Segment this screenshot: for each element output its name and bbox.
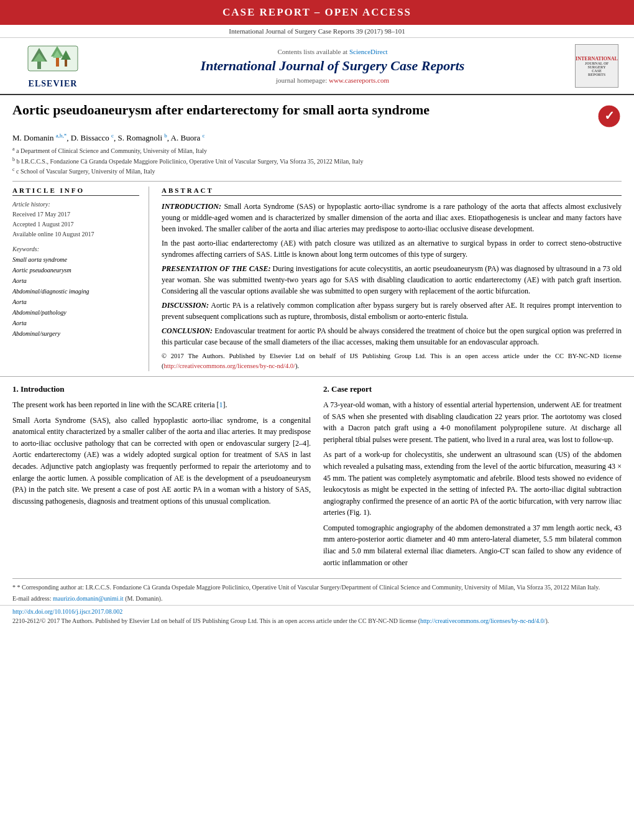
keyword-item: Aorta — [12, 297, 139, 307]
accepted-date: Accepted 1 August 2017 — [12, 219, 139, 229]
article-title: Aortic pseudoaneurysm after endarterecto… — [12, 101, 590, 119]
crossref-logo: INTERNATIONAL JOURNAL OF SURGERY CASE RE… — [572, 44, 622, 88]
elsevier-logo: ELSEVIER — [12, 43, 93, 89]
article-body-columns: ARTICLE INFO Article history: Received 1… — [12, 187, 622, 371]
license-link[interactable]: http://creativecommons.org/licenses/by-n… — [164, 362, 296, 369]
elsevier-tree-icon — [25, 43, 81, 77]
abstract-presentation: PRESENTATION OF THE CASE: During investi… — [162, 263, 622, 297]
footer-license-link[interactable]: http://creativecommons.org/licenses/by-n… — [420, 617, 545, 624]
introduction-heading: 1. Introduction — [12, 383, 311, 395]
footnote-email: E-mail address: maurizio.domanin@unimi.i… — [12, 594, 622, 603]
intro-para-2: Small Aorta Syndrome (SAS), also called … — [12, 415, 311, 507]
keyword-item: Abdominal/surgery — [12, 328, 139, 339]
affiliations: a a Department of Clinical Science and C… — [12, 145, 622, 176]
footnote-corresponding: * * Corresponding author at: I.R.C.C.S. … — [12, 583, 622, 592]
authors-line: M. Domanin a,b,*, D. Bissacco c, S. Roma… — [12, 132, 622, 143]
ref-1-link[interactable]: 1 — [219, 400, 223, 409]
footer-license-text: 2210-2612/© 2017 The Authors. Published … — [12, 616, 622, 625]
available-date: Available online 10 August 2017 — [12, 229, 139, 239]
banner: CASE REPORT – OPEN ACCESS — [0, 0, 634, 25]
case-para-1: A 73-year-old woman, with a history of e… — [323, 399, 622, 445]
footer-section: http://dx.doi.org/10.1016/j.ijscr.2017.0… — [0, 605, 634, 628]
svg-text:✓: ✓ — [604, 109, 615, 122]
article-history: Article history: Received 17 May 2017 Ac… — [12, 201, 139, 239]
keyword-item: Aortic pseudoaneurysm — [12, 265, 139, 275]
abstract-heading: ABSTRACT — [162, 187, 622, 196]
keyword-item: Aorta — [12, 318, 139, 328]
divider — [12, 181, 622, 182]
abstract-text: INTRODUCTION: Small Aorta Syndrome (SAS)… — [162, 201, 622, 371]
abstract-conclusion: CONCLUSION: Endovascular treatment for a… — [162, 325, 622, 348]
homepage-line: journal homepage: www.casereports.com — [93, 76, 572, 84]
email-link[interactable]: maurizio.domanin@unimi.it — [53, 595, 124, 602]
body-columns: 1. Introduction The present work has bee… — [12, 383, 622, 572]
journal-info-bar: International Journal of Surgery Case Re… — [0, 25, 634, 38]
introduction-column: 1. Introduction The present work has bee… — [12, 383, 311, 572]
crossmark-icon: ✓ — [597, 104, 622, 129]
article-info-column: ARTICLE INFO Article history: Received 1… — [12, 187, 149, 371]
keyword-item: Small aorta syndrome — [12, 254, 139, 265]
journal-name: International Journal of Surgery Case Re… — [93, 58, 572, 74]
case-para-2: As part of a work-up for cholecystitis, … — [323, 449, 622, 519]
abstract-column: ABSTRACT INTRODUCTION: Small Aorta Syndr… — [162, 187, 622, 371]
article-content: Aortic pseudoaneurysm after endarterecto… — [0, 95, 634, 377]
journal-citation: International Journal of Surgery Case Re… — [229, 27, 405, 35]
keyword-item: Aorta — [12, 275, 139, 286]
crossref-badge: INTERNATIONAL JOURNAL OF SURGERY CASE RE… — [575, 44, 618, 88]
banner-text: CASE REPORT – OPEN ACCESS — [223, 6, 411, 18]
keyword-item: Abdominal/pathology — [12, 307, 139, 318]
case-report-heading: 2. Case report — [323, 383, 622, 395]
keyword-item: Abdominal/diagnostic imaging — [12, 286, 139, 297]
article-title-section: Aortic pseudoaneurysm after endarterecto… — [12, 101, 622, 129]
journal-header: ELSEVIER Contents lists available at Sci… — [0, 38, 634, 95]
doi-link[interactable]: http://dx.doi.org/10.1016/j.ijscr.2017.0… — [12, 608, 622, 615]
case-report-column: 2. Case report A 73-year-old woman, with… — [323, 383, 622, 572]
contents-line: Contents lists available at ScienceDirec… — [93, 48, 572, 55]
homepage-link[interactable]: www.casereports.com — [329, 76, 389, 84]
journal-title-center: Contents lists available at ScienceDirec… — [93, 48, 572, 84]
elsevier-wordmark: ELSEVIER — [29, 79, 78, 89]
body-section: 1. Introduction The present work has bee… — [0, 377, 634, 578]
article-info-heading: ARTICLE INFO — [12, 187, 139, 196]
abstract-discussion: DISCUSSION: Aortic PA is a relatively co… — [162, 300, 622, 322]
case-para-3: Computed tomographic angiography of the … — [323, 522, 622, 568]
history-label: Article history: — [12, 201, 139, 208]
keywords-list: Small aorta syndrome Aortic pseudoaneury… — [12, 254, 139, 339]
svg-rect-1 — [37, 60, 41, 69]
keywords-group: Keywords: Small aorta syndrome Aortic ps… — [12, 246, 139, 339]
keywords-label: Keywords: — [12, 246, 139, 252]
intro-para-1: The present work has been reported in li… — [12, 399, 311, 411]
footnotes-section: * * Corresponding author at: I.R.C.C.S. … — [12, 578, 622, 603]
abstract-copyright: © 2017 The Authors. Published by Elsevie… — [162, 351, 622, 371]
abstract-intro: INTRODUCTION: Small Aorta Syndrome (SAS)… — [162, 201, 622, 234]
sciencedirect-link[interactable]: ScienceDirect — [349, 48, 388, 55]
abstract-para2: In the past aorto-iliac endarterectomy (… — [162, 238, 622, 260]
received-date: Received 17 May 2017 — [12, 210, 139, 219]
